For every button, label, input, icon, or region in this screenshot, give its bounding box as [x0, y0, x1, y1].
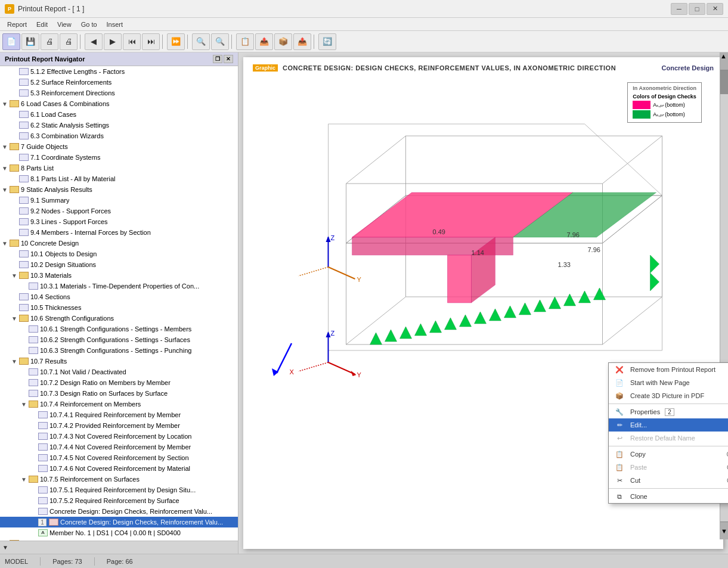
ctx-item-newpage[interactable]: 📄Start with New Page: [609, 376, 728, 389]
toolbar-sep2: [162, 35, 165, 49]
ctx-label-remove: Remove from Printout Report: [630, 366, 715, 373]
scrollbar-thumb[interactable]: [720, 70, 728, 94]
toolbar-pack-btn[interactable]: 📦: [274, 33, 292, 50]
tree-item-7[interactable]: ▼7 Guide Objects: [0, 141, 238, 152]
svg-line-48: [299, 362, 329, 371]
tree-item-10_3[interactable]: ▼10.3 Materials: [0, 270, 238, 281]
tree-item-10_6_3[interactable]: 10.6.3 Strength Configurations - Setting…: [0, 345, 238, 356]
tree-toggle-10_7[interactable]: ▼: [10, 356, 19, 366]
tree-item-10_7_4_5[interactable]: 10.7.4.5 Not Covered Reinforcement by Se…: [0, 452, 238, 463]
scrollbar-up-btn[interactable]: ▲: [720, 52, 728, 70]
toolbar-zoomin-btn[interactable]: 🔍: [192, 33, 210, 50]
tree-toggle-6[interactable]: ▼: [0, 99, 10, 108]
tree-item-graphic1[interactable]: Concrete Design: Design Checks, Reinforc…: [0, 506, 238, 517]
tree-toggle-10_7_5[interactable]: ▼: [19, 474, 29, 484]
panel-close-btn[interactable]: ✕: [224, 55, 233, 63]
tree-label-10_7_2: 10.7.2 Design Ratio on Members by Member: [40, 379, 171, 386]
tree-item-7_1[interactable]: 7.1 Coordinate Systems: [0, 152, 238, 163]
toolbar-refresh-btn[interactable]: 🔄: [318, 33, 336, 50]
ctx-item-remove[interactable]: ❌Remove from Printout Report: [609, 363, 728, 376]
toolbar-first-btn[interactable]: ⏮: [123, 33, 141, 50]
tree-item-10_7_4_6[interactable]: 10.7.4.6 Not Covered Reinforcement by Ma…: [0, 463, 238, 474]
ctx-item-cut[interactable]: ✂CutCtrl+X: [609, 474, 728, 487]
tree-item-5_2[interactable]: 5.2 Surface Reinforcements: [0, 77, 238, 88]
panel-restore-btn[interactable]: ❐: [213, 55, 222, 63]
scrollbar-down-btn[interactable]: ▼: [720, 522, 728, 539]
tree-item-10_7_5[interactable]: ▼10.7.5 Reinforcement on Surfaces: [0, 474, 238, 485]
tree-item-10_7_5_2[interactable]: 10.7.5.2 Required Reinforcement by Surfa…: [0, 495, 238, 506]
tree-item-9_2[interactable]: 9.2 Nodes - Support Forces: [0, 206, 238, 216]
toolbar-import-btn[interactable]: 📤: [255, 33, 273, 50]
minimize-button[interactable]: ─: [671, 3, 687, 15]
tree-item-10_7[interactable]: ▼10.7 Results: [0, 356, 238, 367]
menu-goto[interactable]: Go to: [76, 20, 102, 29]
tree-item-10_7_2[interactable]: 10.7.2 Design Ratio on Members by Member: [0, 377, 238, 388]
close-button[interactable]: ✕: [707, 3, 723, 15]
title-controls: ─ □ ✕: [671, 3, 723, 15]
tree-item-graphic2[interactable]: 1Concrete Design: Design Checks, Reinfor…: [0, 517, 238, 527]
tree-item-6_2[interactable]: 6.2 Static Analysis Settings: [0, 120, 238, 131]
maximize-button[interactable]: □: [689, 3, 705, 15]
tree-item-6_1[interactable]: 6.1 Load Cases: [0, 109, 238, 120]
tree-item-6[interactable]: ▼6 Load Cases & Combinations: [0, 98, 238, 109]
ctx-item-clone[interactable]: ⧉Clone: [609, 490, 728, 503]
toolbar-print-btn[interactable]: 🖨: [41, 33, 58, 50]
toolbar-next-btn[interactable]: ▶: [104, 33, 122, 50]
tree-item-5_3[interactable]: 5.3 Reinforcement Directions: [0, 88, 238, 98]
tree-item-9_1[interactable]: 9.1 Summary: [0, 195, 238, 206]
toolbar-export-btn[interactable]: 📋: [236, 33, 254, 50]
tree-item-10_6[interactable]: ▼10.6 Strength Configurations: [0, 313, 238, 324]
tree-toggle-10[interactable]: ▼: [0, 238, 10, 248]
tree-item-10_7_5_1[interactable]: 10.7.5.1 Required Reinforcement by Desig…: [0, 485, 238, 495]
tree-item-10_7_3[interactable]: 10.7.3 Design Ratio on Surfaces by Surfa…: [0, 388, 238, 399]
toolbar-new-btn[interactable]: 📄: [2, 33, 20, 50]
tree-item-10_7_1[interactable]: 10.7.1 Not Valid / Deactivated: [0, 367, 238, 377]
tree-item-10_1[interactable]: 10.1 Objects to Design: [0, 249, 238, 259]
tree-toggle-7[interactable]: ▼: [0, 142, 10, 151]
tree-item-10_7_4_3[interactable]: 10.7.4.3 Not Covered Reinforcement by Lo…: [0, 431, 238, 442]
tree-item-10_6_2[interactable]: 10.6.2 Strength Configurations - Setting…: [0, 334, 238, 345]
menu-edit[interactable]: Edit: [32, 20, 52, 29]
tree-item-member_info[interactable]: AMember No. 1 | DS1 | CO4 | 0.00 ft | SD…: [0, 527, 238, 538]
menu-report[interactable]: Report: [2, 20, 32, 29]
tree-toggle-10_6[interactable]: ▼: [10, 314, 19, 323]
tree-item-10[interactable]: ▼10 Concrete Design: [0, 238, 238, 249]
tree-item-10_7_4_4[interactable]: 10.7.4.4 Not Covered Reinforcement by Me…: [0, 442, 238, 452]
tree-label-10_7_5_2: 10.7.5.2 Required Reinforcement by Surfa…: [49, 497, 179, 504]
menu-insert[interactable]: Insert: [102, 20, 128, 29]
tree-toggle-8[interactable]: ▼: [0, 163, 10, 173]
tree-item-10_4[interactable]: 10.4 Sections: [0, 291, 238, 302]
toolbar-zoomout-btn[interactable]: 🔍: [211, 33, 229, 50]
tree-item-10_7_4[interactable]: ▼10.7.4 Reinforcement on Members: [0, 399, 238, 409]
tree-toggle-9[interactable]: ▼: [0, 185, 10, 194]
tree-item-9[interactable]: ▼9 Static Analysis Results: [0, 184, 238, 195]
ctx-item-pdf3d[interactable]: 📦Create 3D Picture in PDF: [609, 389, 728, 402]
toolbar-last-btn[interactable]: ⏭: [142, 33, 160, 50]
ctx-item-copy[interactable]: 📋CopyCtrl+C: [609, 448, 728, 461]
tree-item-6_3[interactable]: 6.3 Combination Wizards: [0, 131, 238, 141]
tree-item-10_2[interactable]: 10.2 Design Situations: [0, 259, 238, 270]
toolbar-print2-btn[interactable]: 🖨: [60, 33, 78, 50]
tree-item-10_5[interactable]: 10.5 Thicknesses: [0, 302, 238, 313]
tree-item-10_3_1[interactable]: 10.3.1 Materials - Time-Dependent Proper…: [0, 281, 238, 291]
toolbar-save-btn[interactable]: 💾: [21, 33, 39, 50]
svg-text:1.14: 1.14: [472, 249, 484, 256]
toolbar-share-btn[interactable]: 📤: [293, 33, 311, 50]
menu-view[interactable]: View: [52, 20, 76, 29]
svg-text:Z: Z: [331, 330, 335, 337]
tree-item-10_7_4_2[interactable]: 10.7.4.2 Provided Reinforcement by Membe…: [0, 420, 238, 431]
tree-item-10_6_1[interactable]: 10.6.1 Strength Configurations - Setting…: [0, 324, 238, 334]
tree-item-5_1_2[interactable]: 5.1.2 Effective Lengths - Factors: [0, 66, 238, 77]
ctx-item-edit[interactable]: ✏Edit...: [609, 418, 728, 432]
tree-item-10_7_4_1[interactable]: 10.7.4.1 Required Reinforcement by Membe…: [0, 409, 238, 420]
ctx-item-properties[interactable]: 🔧Properties2: [609, 405, 728, 418]
tree-item-8[interactable]: ▼8 Parts List: [0, 163, 238, 173]
tree-toggle-10_3[interactable]: ▼: [10, 271, 19, 280]
tree-container[interactable]: 5.1.2 Effective Lengths - Factors5.2 Sur…: [0, 66, 238, 541]
tree-item-8_1[interactable]: 8.1 Parts List - All by Material: [0, 173, 238, 184]
tree-item-9_3[interactable]: 9.3 Lines - Support Forces: [0, 216, 238, 227]
toolbar-goto-btn[interactable]: ⏩: [167, 33, 185, 50]
tree-item-9_4[interactable]: 9.4 Members - Internal Forces by Section: [0, 227, 238, 238]
tree-toggle-10_7_4[interactable]: ▼: [19, 399, 29, 409]
toolbar-prev-btn[interactable]: ◀: [85, 33, 103, 50]
